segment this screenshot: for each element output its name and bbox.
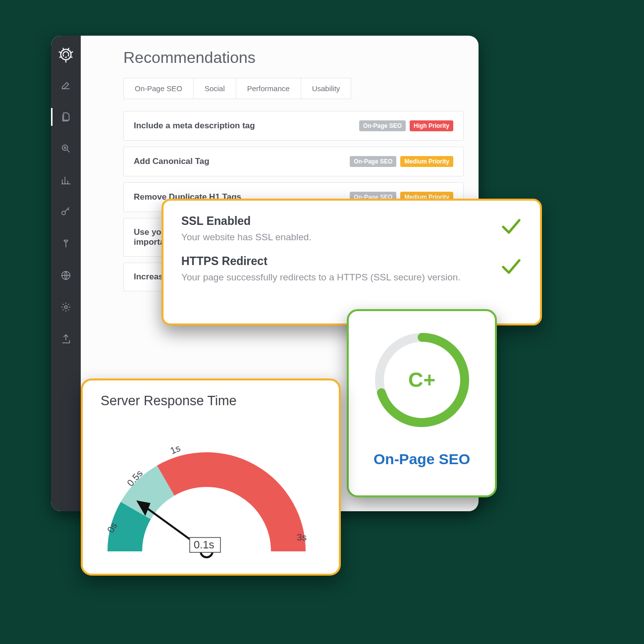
sidebar-item-web[interactable]: [51, 260, 81, 291]
svg-point-0: [61, 50, 71, 60]
app-logo: [51, 40, 81, 69]
grade-label: On-Page SEO: [374, 451, 470, 468]
recommendation-row[interactable]: Include a meta description tag On-Page S…: [123, 111, 464, 141]
priority-badge: High Priority: [410, 120, 453, 131]
tab-social[interactable]: Social: [194, 78, 236, 99]
page-title: Recommendations: [123, 49, 464, 67]
security-item: SSL Enabled Your website has SSL enabled…: [181, 215, 522, 243]
check-icon: [499, 215, 522, 239]
sidebar-item-settings[interactable]: [51, 291, 81, 323]
tab-bar: On-Page SEO Social Performance Usability: [123, 78, 464, 99]
tab-on-page-seo[interactable]: On-Page SEO: [123, 78, 194, 99]
security-description: Your page successfully redirects to a HT…: [181, 272, 461, 283]
grade-ring: C+: [370, 328, 474, 432]
security-card: SSL Enabled Your website has SSL enabled…: [161, 199, 542, 325]
sidebar-item-tools[interactable]: [51, 228, 81, 260]
gauge-value: 0.1s: [194, 538, 215, 551]
sidebar: [51, 36, 81, 511]
recommendation-row[interactable]: Add Canonical Tag On-Page SEO Medium Pri…: [123, 147, 464, 176]
security-description: Your website has SSL enabled.: [181, 232, 312, 243]
recommendation-title: Add Canonical Tag: [134, 157, 210, 166]
sidebar-item-zoom[interactable]: [51, 133, 81, 164]
svg-point-4: [64, 306, 67, 309]
gauge-title: Server Response Time: [101, 393, 324, 409]
gauge-tick: 3s: [297, 532, 307, 542]
tab-usability[interactable]: Usability: [301, 78, 352, 99]
category-badge: On-Page SEO: [350, 156, 396, 167]
gauge-card: Server Response Time 0s 0.5s 1s 3s 0.1s: [81, 378, 341, 576]
recommendation-title: Include a meta description tag: [134, 121, 255, 131]
check-icon: [499, 255, 522, 279]
gauge-chart: 0s 0.5s 1s 3s 0.1s: [98, 413, 335, 566]
sidebar-item-pages[interactable]: [51, 101, 81, 133]
priority-badge: Medium Priority: [400, 156, 453, 167]
sidebar-item-export[interactable]: [51, 323, 81, 355]
tab-performance[interactable]: Performance: [236, 78, 301, 99]
category-badge: On-Page SEO: [359, 120, 406, 131]
security-item: HTTPS Redirect Your page successfully re…: [181, 255, 522, 283]
sidebar-item-keys[interactable]: [51, 196, 81, 228]
security-heading: SSL Enabled: [181, 215, 312, 228]
sidebar-item-analytics[interactable]: [51, 164, 81, 196]
sidebar-item-edit[interactable]: [51, 69, 81, 101]
security-heading: HTTPS Redirect: [181, 255, 461, 268]
gauge-tick: 1s: [169, 443, 182, 456]
svg-point-2: [62, 211, 65, 215]
grade-card: C+ On-Page SEO: [347, 309, 497, 497]
grade-letter: C+: [370, 328, 474, 432]
